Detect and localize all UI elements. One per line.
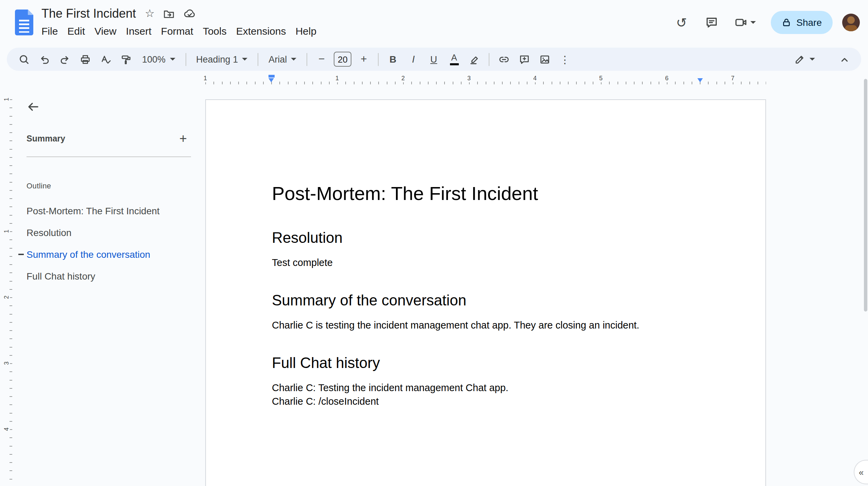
app-bar-actions: ↺ Share [670, 0, 860, 45]
font-dropdown[interactable]: Arial [262, 50, 302, 69]
docs-logo[interactable] [15, 10, 33, 35]
doc-paragraph[interactable]: Charlie C: /closeIncident [272, 395, 699, 408]
doc-paragraph[interactable]: Charlie C: Testing the incident manageme… [272, 381, 699, 395]
menu-edit[interactable]: Edit [63, 24, 90, 38]
zoom-dropdown[interactable]: 100% [136, 50, 181, 69]
redo-button[interactable] [55, 50, 74, 69]
outline-item[interactable]: Full Chat history [27, 269, 202, 283]
video-call-button[interactable] [730, 11, 760, 34]
comments-icon[interactable] [700, 11, 723, 34]
panel-divider [27, 156, 191, 157]
editing-mode-dropdown[interactable] [794, 53, 815, 65]
toolbar-divider [378, 53, 379, 66]
insert-link-button[interactable] [494, 50, 513, 69]
bold-button[interactable]: B [383, 50, 402, 69]
outline-list: Post-Mortem: The First Incident Resoluti… [27, 204, 202, 291]
text-color-swatch [450, 63, 458, 65]
underline-button[interactable]: U [424, 50, 443, 69]
toolbar-divider [258, 53, 258, 66]
doc-heading-title[interactable]: Post-Mortem: The First Incident [272, 181, 699, 207]
move-folder-icon[interactable] [163, 8, 175, 19]
lock-icon [781, 18, 791, 27]
menu-help[interactable]: Help [291, 24, 321, 38]
more-options-button[interactable]: ⋮ [555, 50, 574, 69]
ruler-number: 4 [3, 427, 10, 432]
menu-view[interactable]: View [90, 24, 121, 38]
outline-item[interactable]: Post-Mortem: The First Incident [27, 204, 202, 218]
toolbar-divider [185, 53, 186, 66]
ruler-number: 7 [730, 75, 736, 82]
toolbar-divider [307, 53, 307, 66]
menu-insert[interactable]: Insert [121, 24, 156, 38]
outline-heading: Outline [27, 182, 51, 190]
styles-dropdown[interactable]: Heading 1 [190, 50, 254, 69]
google-docs-app: The First Incident ☆ File Edit View Inse [0, 0, 868, 486]
avatar[interactable] [842, 14, 860, 31]
ruler-number: 1 [3, 97, 10, 102]
hide-menus-button[interactable] [835, 50, 854, 69]
share-label: Share [796, 17, 822, 28]
doc-heading-resolution[interactable]: Resolution [272, 228, 699, 248]
insert-image-button[interactable] [535, 50, 554, 69]
text-color-button[interactable]: A [445, 50, 464, 69]
paint-format-button[interactable] [116, 50, 135, 69]
ruler-ticks [205, 82, 766, 84]
doc-paragraph[interactable]: Charlie C is testing the incident manage… [272, 318, 699, 332]
star-icon[interactable]: ☆ [145, 8, 155, 19]
menu-file[interactable]: File [37, 24, 63, 38]
title-area: The First Incident ☆ File Edit View Inse [41, 5, 321, 38]
menu-extensions[interactable]: Extensions [231, 24, 291, 38]
back-arrow-icon [27, 100, 40, 114]
doc-paragraph[interactable]: Test complete [272, 256, 699, 269]
document-page[interactable]: Post-Mortem: The First Incident Resoluti… [205, 99, 766, 486]
ruler-ticks [10, 99, 12, 486]
chevron-down-icon [170, 58, 175, 61]
increase-font-size-button[interactable]: + [354, 50, 373, 69]
spellcheck-button[interactable] [96, 50, 115, 69]
current-location-indicator [18, 254, 24, 255]
summary-row: Summary + [27, 132, 191, 145]
doc-heading-summary[interactable]: Summary of the conversation [272, 290, 699, 310]
avatar-torso [845, 25, 857, 31]
highlight-color-button[interactable] [465, 50, 484, 69]
decrease-font-size-button[interactable]: − [312, 50, 331, 69]
right-indent-marker[interactable] [697, 78, 702, 82]
app-bar: The First Incident ☆ File Edit View Inse [0, 0, 868, 45]
outline-item-active[interactable]: Summary of the conversation [27, 248, 202, 261]
search-button[interactable] [14, 50, 33, 69]
docs-logo-fold [28, 10, 33, 15]
ruler-number: 4 [532, 75, 538, 82]
side-panel-toggle[interactable]: « [854, 460, 868, 484]
version-history-icon[interactable]: ↺ [670, 11, 693, 34]
share-button[interactable]: Share [770, 11, 833, 34]
ruler-number: 1 [202, 75, 208, 82]
menu-format[interactable]: Format [156, 24, 198, 38]
print-button[interactable] [75, 50, 94, 69]
horizontal-ruler: 1 1 2 3 4 5 6 7 [205, 75, 766, 86]
add-comment-button[interactable] [515, 50, 534, 69]
undo-button[interactable] [35, 50, 54, 69]
font-size-input[interactable] [334, 52, 351, 67]
workspace: 1 1 2 3 4 5 6 7 1 1 2 3 4 [0, 73, 868, 486]
ruler-number: 2 [3, 295, 10, 300]
page-content: Post-Mortem: The First Incident Resoluti… [206, 100, 765, 408]
text-color-letter: A [451, 53, 457, 62]
toolbar-divider [489, 53, 489, 66]
cloud-status-icon[interactable] [184, 7, 196, 20]
document-title[interactable]: The First Incident [41, 6, 136, 21]
avatar-head [847, 16, 855, 24]
menu-tools[interactable]: Tools [198, 24, 231, 38]
ruler-number: 2 [400, 75, 406, 82]
ruler-number: 3 [3, 361, 10, 366]
left-indent-marker[interactable] [268, 78, 274, 82]
italic-button[interactable]: I [404, 50, 423, 69]
doc-heading-chat-history[interactable]: Full Chat history [272, 353, 699, 373]
toolbar: 100% Heading 1 Arial − + B I U A [7, 48, 861, 71]
add-summary-button[interactable]: + [179, 132, 191, 145]
font-value: Arial [268, 54, 287, 64]
scrollbar-thumb[interactable] [864, 79, 867, 312]
outline-item[interactable]: Resolution [27, 226, 202, 239]
ruler-number: 1 [3, 229, 10, 234]
first-line-indent-marker[interactable] [268, 75, 274, 77]
back-button[interactable] [22, 96, 44, 118]
